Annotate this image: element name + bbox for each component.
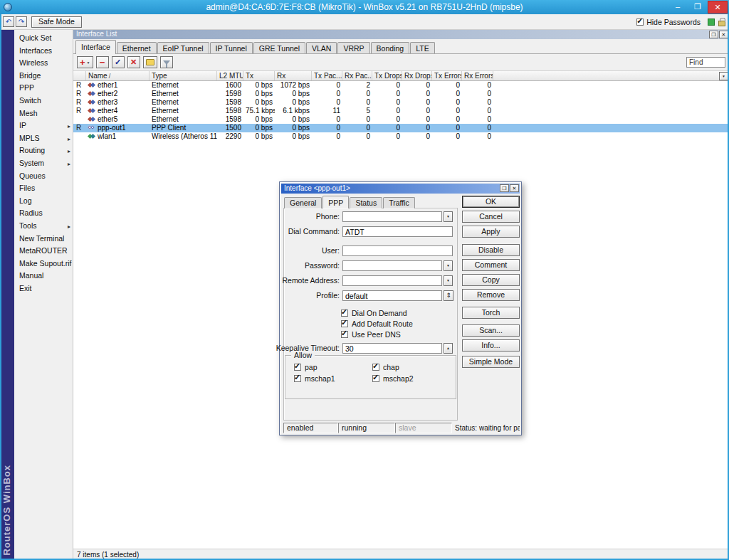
tab-vrrp[interactable]: VRRP — [337, 42, 369, 54]
sidebar-item-queues[interactable]: Queues — [14, 170, 73, 183]
hide-passwords-option[interactable]: ✓ Hide Passwords — [636, 18, 701, 26]
allow-chap-option[interactable]: ✓ chap — [372, 363, 399, 371]
column-flag[interactable] — [73, 71, 86, 80]
column-tx-errors[interactable]: Tx Errors — [432, 71, 462, 80]
tab-eoip-tunnel[interactable]: EoIP Tunnel — [157, 42, 209, 54]
dialog-tab-general[interactable]: General — [284, 197, 322, 208]
column-rx-drops[interactable]: Rx Drops — [402, 71, 432, 80]
add-default-route-checkbox[interactable]: ✓ — [341, 320, 348, 327]
column-rx[interactable]: Rx — [275, 71, 312, 80]
dialog-maximize-button[interactable]: ❐ — [500, 184, 509, 192]
sidebar-item-make-supout[interactable]: Make Supout.rif — [14, 258, 73, 270]
allow-mschap2-checkbox[interactable]: ✓ — [372, 375, 379, 382]
allow-mschap1-option[interactable]: ✓ mschap1 — [294, 374, 335, 383]
table-row[interactable]: R ether3 Ethernet 1598 0 bps 0 bps 0 0 0… — [73, 98, 729, 107]
simple-mode-button[interactable]: Simple Mode — [462, 356, 520, 368]
dial-on-demand-checkbox[interactable]: ✓ — [341, 310, 348, 317]
allow-chap-checkbox[interactable]: ✓ — [372, 364, 379, 371]
dialog-tab-status[interactable]: Status — [350, 197, 382, 208]
dialog-titlebar[interactable]: Interface <ppp-out1> ❐ ✕ — [281, 184, 520, 194]
remote-address-dropdown-icon[interactable]: ▼ — [444, 275, 453, 286]
tab-interface[interactable]: Interface — [75, 40, 116, 54]
torch-button[interactable]: Torch — [462, 307, 520, 319]
hide-passwords-checkbox[interactable]: ✓ — [636, 19, 644, 26]
column-rx-packet[interactable]: Rx Pac... — [342, 71, 372, 80]
column-tx-drops[interactable]: Tx Drops — [372, 71, 402, 80]
scan-button[interactable]: Scan... — [462, 324, 520, 337]
sidebar-item-ppp[interactable]: PPP — [14, 82, 73, 95]
sidebar-item-bridge[interactable]: Bridge — [14, 70, 73, 83]
table-row[interactable]: R ether2 Ethernet 1598 0 bps 0 bps 0 0 0… — [73, 90, 729, 98]
disable-button[interactable]: ✕ — [127, 56, 140, 68]
column-tx-packet[interactable]: Tx Pac... — [312, 71, 342, 80]
dial-command-input[interactable] — [342, 226, 453, 237]
apply-button[interactable]: Apply — [462, 226, 520, 238]
tab-bonding[interactable]: Bonding — [371, 42, 410, 54]
sidebar-item-mesh[interactable]: Mesh — [14, 107, 73, 120]
sidebar-item-new-terminal[interactable]: New Terminal — [14, 233, 73, 245]
tab-ethernet[interactable]: Ethernet — [117, 42, 157, 54]
sidebar-item-system[interactable]: System▸ — [14, 157, 73, 170]
sidebar-item-quick-set[interactable]: Quick Set — [14, 32, 73, 45]
allow-mschap1-checkbox[interactable]: ✓ — [294, 375, 301, 382]
password-dropdown-icon[interactable]: ▼ — [444, 260, 453, 271]
tab-vlan[interactable]: VLAN — [306, 42, 337, 54]
dialog-close-button[interactable]: ✕ — [510, 184, 519, 192]
keepalive-timeout-input[interactable] — [342, 343, 442, 354]
restore-window-button[interactable]: ❐ — [709, 31, 718, 38]
undo-button[interactable]: ↶ — [3, 16, 14, 27]
comment-button[interactable] — [143, 56, 157, 68]
cancel-button[interactable]: Cancel — [462, 211, 520, 223]
sidebar-item-manual[interactable]: Manual — [14, 270, 73, 282]
ok-button[interactable]: OK — [462, 196, 520, 208]
sidebar-item-mpls[interactable]: MPLS▸ — [14, 132, 73, 145]
sidebar-item-interfaces[interactable]: Interfaces — [14, 45, 73, 58]
sidebar-item-ip[interactable]: IP▸ — [14, 120, 73, 132]
add-interface-button[interactable]: + ▼ — [77, 56, 93, 68]
sidebar-item-metarouter[interactable]: MetaROUTER — [14, 245, 73, 258]
column-rx-errors[interactable]: Rx Errors — [462, 71, 493, 80]
allow-mschap2-option[interactable]: ✓ mschap2 — [372, 374, 414, 383]
maximize-button[interactable]: ❐ — [688, 1, 708, 14]
tab-ip-tunnel[interactable]: IP Tunnel — [210, 42, 253, 54]
table-row[interactable]: wlan1 Wireless (Atheros 11N) 2290 0 bps … — [73, 132, 729, 141]
tab-lte[interactable]: LTE — [410, 42, 434, 54]
allow-pap-option[interactable]: ✓ pap — [294, 363, 318, 371]
phone-dropdown-icon[interactable]: ▼ — [444, 211, 453, 222]
sidebar-item-log[interactable]: Log — [14, 195, 73, 208]
table-row-selected[interactable]: R ppp-out1 PPP Client 1500 0 bps 0 bps 0… — [73, 124, 729, 132]
profile-input[interactable] — [342, 290, 442, 301]
tab-gre-tunnel[interactable]: GRE Tunnel — [253, 42, 305, 54]
table-row[interactable]: R ether4 Ethernet 1598 75.1 kbps 6.1 kbp… — [73, 107, 729, 115]
remove-interface-button[interactable]: − — [96, 56, 109, 68]
close-button[interactable]: ✕ — [708, 1, 728, 14]
sidebar-item-files[interactable]: Files — [14, 182, 73, 195]
info-button[interactable]: Info... — [462, 339, 520, 352]
remove-button[interactable]: Remove — [462, 289, 520, 301]
profile-combo-icon[interactable]: ⇕ — [444, 290, 453, 301]
column-type[interactable]: Type — [150, 71, 217, 80]
redo-button[interactable]: ↷ — [16, 16, 27, 27]
filter-button[interactable] — [160, 56, 173, 68]
disable-interface-button[interactable]: Disable — [462, 244, 520, 256]
safe-mode-button[interactable]: Safe Mode — [31, 16, 82, 28]
comment-button[interactable]: Comment — [462, 259, 520, 271]
copy-button[interactable]: Copy — [462, 274, 520, 286]
use-peer-dns-checkbox[interactable]: ✓ — [341, 331, 348, 338]
sidebar-item-exit[interactable]: Exit — [14, 282, 73, 295]
keepalive-spinner-up-icon[interactable]: ▲ — [444, 343, 453, 354]
dialog-tab-traffic[interactable]: Traffic — [383, 197, 415, 208]
find-input[interactable] — [686, 57, 725, 68]
add-default-route-option[interactable]: ✓ Add Default Route — [341, 319, 413, 328]
column-l2mtu[interactable]: L2 MTU — [217, 71, 243, 80]
sidebar-item-switch[interactable]: Switch — [14, 95, 73, 107]
column-name[interactable]: Name/ — [86, 71, 150, 80]
sidebar-item-radius[interactable]: Radius — [14, 207, 73, 220]
sidebar-item-routing[interactable]: Routing▸ — [14, 144, 73, 157]
user-input[interactable] — [342, 245, 453, 256]
table-row[interactable]: ether5 Ethernet 1598 0 bps 0 bps 0 0 0 0… — [73, 115, 729, 124]
allow-pap-checkbox[interactable]: ✓ — [294, 364, 301, 371]
dial-on-demand-option[interactable]: ✓ Dial On Demand — [341, 309, 407, 317]
use-peer-dns-option[interactable]: ✓ Use Peer DNS — [341, 330, 401, 339]
dialog-tab-ppp[interactable]: PPP — [322, 196, 349, 208]
